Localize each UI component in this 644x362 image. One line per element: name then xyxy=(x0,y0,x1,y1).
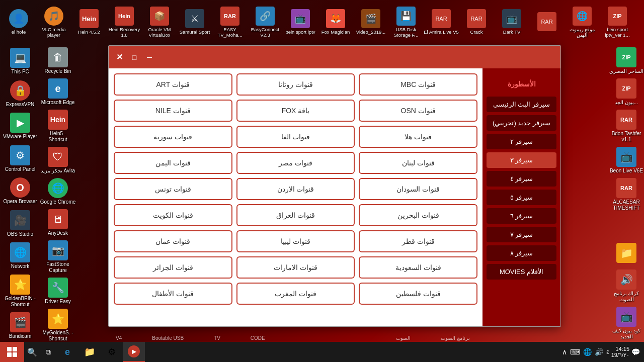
channel-btn-art[interactable]: قنوات ART xyxy=(114,73,232,96)
channel-btn-alfa[interactable]: قنوات الفا xyxy=(236,126,355,148)
desktop-icon-hein5[interactable]: Hein Hein5 - Shortcut xyxy=(38,108,78,145)
desktop-icon-driver-easy[interactable]: 🔧 Driver Easy xyxy=(38,276,78,307)
desktop-icon-control-panel[interactable]: ⚙ Control Panel xyxy=(0,143,40,175)
desktop-icon-right6[interactable]: 🔊 كراك برنامج الصوت xyxy=(606,267,644,305)
desktop-icon-right7[interactable]: 📺 كود بيون لايف الجديد xyxy=(606,305,644,342)
channel-btn-sudan[interactable]: قنوات السودان xyxy=(359,178,477,200)
channel-btn-yemen[interactable]: قنوات اليمن xyxy=(114,152,232,174)
desktop-icon-expressvpn[interactable]: 🔒 ExpressVPN xyxy=(0,78,40,111)
desktop-icon-darktv[interactable]: 📺 Dark TV xyxy=(494,2,529,42)
windows-logo-icon xyxy=(7,347,17,357)
server-btn-s8[interactable]: سيرفر ٨ xyxy=(487,245,556,261)
taskbar-clock: 14:15 19/٦/٢٠ xyxy=(611,346,629,358)
channel-btn-palestine[interactable]: قنوات فلسطين xyxy=(359,283,477,305)
channel-btn-kids[interactable]: قنوات الأطفال xyxy=(114,283,232,305)
channel-btn-saudi[interactable]: قنوات السعودية xyxy=(359,256,477,279)
server-btn-s2[interactable]: سيرفر ٢ xyxy=(487,134,556,149)
desktop-icon-network[interactable]: 🌐 Network xyxy=(0,240,40,273)
desktop-icon-oracle[interactable]: 📦 Oracle VM VirtualBox xyxy=(142,2,177,42)
window-minimize-button[interactable]: ─ xyxy=(144,52,155,63)
taskbar-task-view-button[interactable]: ⧉ xyxy=(40,342,56,362)
taskbar-app-active[interactable]: ▶ xyxy=(123,342,145,362)
desktop-icon-bein-iptv[interactable]: ZIP bein sport iptv_ver 1... xyxy=(600,2,635,42)
channel-btn-iraq[interactable]: قنوات العراق xyxy=(236,204,355,226)
channel-btn-tunis[interactable]: قنوات تونس xyxy=(114,178,232,200)
taskbar-search-button[interactable]: 🔍 xyxy=(24,342,40,362)
channel-btn-mbc[interactable]: قنوات MBC xyxy=(359,73,477,96)
desktop-icon-right1[interactable]: ZIP الساحر المصري xyxy=(606,45,644,76)
taskbar-app-settings[interactable]: ⚙ xyxy=(101,342,123,362)
desktop-icon-usb[interactable]: 💾 USB Disk Storage F... xyxy=(388,2,424,42)
desktop-icon-faststone[interactable]: 📷 FastStone Capture xyxy=(38,238,78,276)
network-icon: 🌐 xyxy=(583,348,592,356)
desktop-icon-el-hofe[interactable]: 👤 el hofe xyxy=(1,2,36,42)
top-icon-row: 👤 el hofe 🎵 VLC media player Hein Hein 4… xyxy=(0,0,644,44)
channel-btn-lebanon[interactable]: قنوات لبنان xyxy=(359,152,477,174)
time-display: 14:15 xyxy=(611,346,629,352)
server-btn-s6[interactable]: سيرفر ٦ xyxy=(487,208,556,224)
server-btn-s7[interactable]: سيرفر ٧ xyxy=(487,227,556,242)
notification-icon[interactable]: 💬 xyxy=(631,348,640,356)
desktop-icon-alcaesar[interactable]: RAR ALCAESAR TIMESHIFT xyxy=(606,176,644,213)
desktop-icon-google-chrome[interactable]: 🌐 Google Chrome xyxy=(38,176,78,207)
channel-btn-fox[interactable]: باقة FOX xyxy=(236,100,355,122)
desktop-icon-vlc[interactable]: 🎵 VLC media player xyxy=(36,2,71,42)
server-btn-s3[interactable]: سيرفر ٣ xyxy=(487,152,556,168)
start-button[interactable] xyxy=(0,342,24,362)
desktop-icon-website[interactable]: 🌐 موقع ريموت الهين xyxy=(565,2,600,42)
desktop-icon-easy[interactable]: RAR EASY TV_Moha... xyxy=(212,2,248,42)
desktop-icon-opera[interactable]: O Opera Browser xyxy=(0,175,40,208)
desktop-icon-right3[interactable]: RAR Bdon Tashfer v1.1 xyxy=(606,108,644,145)
server-btn-new-test[interactable]: سيرفر جديد (تجريبي) xyxy=(487,115,556,131)
server-btn-s4[interactable]: سيرفر ٤ xyxy=(487,171,556,187)
desktop-icon-vmware[interactable]: ▶ VMware Player xyxy=(0,110,40,143)
desktop-icon-elamira[interactable]: RAR El Amira Live V5 xyxy=(424,2,459,42)
desktop-icon-bandicam[interactable]: 🎬 Bandicam xyxy=(0,310,40,342)
channel-btn-osn[interactable]: قنوات OSN xyxy=(359,100,477,122)
desktop-icon-mygolden[interactable]: ⭐ MyGoldenS. - Shortcut xyxy=(38,307,78,344)
desktop-icon-rar1[interactable]: RAR xyxy=(529,2,565,42)
channel-btn-kuwait[interactable]: قنوات الكويت xyxy=(114,204,232,226)
desktop-icon-fox[interactable]: 🦊 Fox Magician xyxy=(318,2,353,42)
channel-btn-syria[interactable]: قنوات سورية xyxy=(114,126,232,148)
desktop-icon-right2[interactable]: ZIP بيون الجد... xyxy=(606,76,644,108)
desktop-icon-avira[interactable]: 🛡 تحكز مزيد Avira xyxy=(38,145,78,176)
window-maximize-button[interactable]: □ xyxy=(129,52,140,63)
channel-btn-libya[interactable]: قنوات ليبيا xyxy=(236,230,355,252)
channel-btn-egypt[interactable]: قنوات مصر xyxy=(236,152,355,174)
desktop-icon-easyconnect[interactable]: 🔗 EasyConnect V2.3 xyxy=(248,2,283,42)
clock-icon: ε xyxy=(606,348,609,355)
server-btn-s5[interactable]: سيرفر ٥ xyxy=(487,190,556,205)
spacer xyxy=(606,213,644,240)
desktop-icon-anydesk[interactable]: 🖥 AnyDesk xyxy=(38,207,78,238)
desktop-icon-this-pc[interactable]: 💻 This PC xyxy=(0,45,40,78)
channel-btn-hala[interactable]: قنوات هلا xyxy=(359,126,477,148)
server-btn-main[interactable]: سيرفر البث الرئيسي xyxy=(487,97,556,112)
channel-btn-rotana[interactable]: قنوات روتانا xyxy=(236,73,355,96)
channel-btn-nile[interactable]: قنوات NILE xyxy=(114,100,232,122)
desktop-icon-hein18[interactable]: Hein Hein Recovery 1.8 xyxy=(107,2,142,42)
desktop-icon-bein[interactable]: 📺 bein sport iptv xyxy=(283,2,318,42)
channel-btn-uae[interactable]: قنوات الامارات xyxy=(236,256,355,279)
keyboard-icon: ⌨ xyxy=(570,348,580,356)
channel-btn-oman[interactable]: قنوات عمان xyxy=(114,230,232,252)
desktop-icon-video[interactable]: 🎬 Video_2019... xyxy=(353,2,388,42)
desktop-icon-ms-edge[interactable]: e Microsoft Edge xyxy=(38,76,78,108)
taskbar-app-edge[interactable]: e xyxy=(56,342,78,362)
channel-btn-qatar[interactable]: قنوات قطر xyxy=(359,230,477,252)
desktop-icon-recycle-bin[interactable]: 🗑 Recycle Bin xyxy=(38,45,78,76)
desktop-icon-crack[interactable]: RAR Crack xyxy=(459,2,494,42)
desktop-icon-obs[interactable]: 🎥 OBS Studio xyxy=(0,208,40,240)
taskbar-app-file-explorer[interactable]: 📁 xyxy=(78,342,101,362)
desktop-icon-samurai[interactable]: ⚔ Samurai Sport xyxy=(177,2,212,42)
taskbar: 🔍 ⧉ e 📁 ⚙ ▶ ∧ ⌨ 🌐 xyxy=(0,342,644,362)
window-close-button[interactable]: ✕ xyxy=(114,52,125,63)
desktop-icon-goldenbein[interactable]: ⭐ GoldenBEIN - Shortcut xyxy=(0,273,40,310)
channel-btn-jordan[interactable]: قنوات الاردن xyxy=(236,178,355,200)
desktop-icon-right5[interactable]: 📁 xyxy=(606,240,644,267)
desktop-icon-right4[interactable]: 📺 Beon Live V6E xyxy=(606,145,644,176)
server-btn-movies[interactable]: الأفلام MOVIES xyxy=(487,264,556,280)
channel-btn-bahrain[interactable]: قنوات البحرين xyxy=(359,204,477,226)
channel-btn-algeria[interactable]: قنوات الجزائر xyxy=(114,256,232,279)
desktop-icon-hein452[interactable]: Hein Hein 4.5.2 xyxy=(71,2,107,42)
